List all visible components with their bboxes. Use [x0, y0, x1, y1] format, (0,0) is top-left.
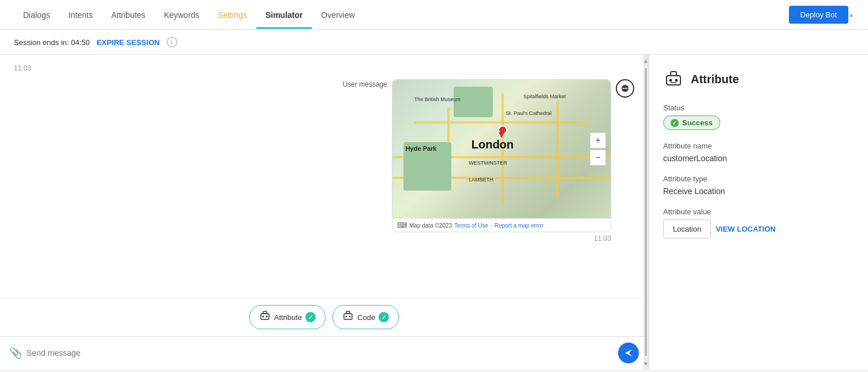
attribute-check-icon: ✓	[305, 312, 316, 322]
code-check-icon: ✓	[379, 312, 389, 322]
svg-point-7	[262, 316, 264, 318]
chat-scroll-area[interactable]: ▲ ▼ 11:03 User message	[0, 55, 648, 297]
nav-keywords[interactable]: Keywords	[155, 1, 208, 29]
right-panel: Attribute Status ✓ Success Attribute nam…	[649, 55, 868, 369]
attach-icon[interactable]: 📎	[9, 347, 22, 359]
status-value: Success	[682, 118, 713, 127]
map-label-hydepark: Hyde Park	[406, 145, 437, 152]
map-terms-link[interactable]: Terms of Use	[454, 222, 488, 229]
status-label: Status	[663, 103, 854, 112]
attr-name-value: customerLocation	[663, 154, 854, 163]
deploy-button[interactable]: Deploy Bot	[789, 6, 849, 24]
svg-rect-5	[263, 311, 267, 314]
scroll-up-arrow[interactable]: ▲	[848, 12, 854, 18]
attribute-btn-label: Attribute	[274, 313, 302, 322]
attr-value-label: Attribute value	[663, 207, 854, 216]
map-label-lambeth: LAMBETH	[469, 177, 493, 183]
scroll-thumb[interactable]	[645, 68, 647, 297]
attr-name-section: Attribute name customerLocation	[663, 142, 854, 163]
status-section: Status ✓ Success	[663, 103, 854, 130]
top-navigation: Dialogs Intents Attributes Keywords Sett…	[0, 0, 868, 30]
attribute-bot-icon	[259, 310, 271, 324]
attribute-action-button[interactable]: Attribute ✓	[249, 305, 326, 329]
map-label-spitalfields: Spitalfields Market	[523, 94, 566, 99]
map-label-museum: The British Museum	[414, 96, 461, 102]
chat-input[interactable]	[27, 348, 613, 358]
panel-title: Attribute	[691, 73, 739, 86]
svg-rect-9	[344, 314, 352, 319]
user-message-label: User message	[343, 80, 387, 88]
session-timer: Session ends in: 04:50	[14, 38, 90, 47]
map-zoom-controls: + −	[590, 132, 606, 166]
map-container[interactable]: Hyde Park The British Museum Spitalfield…	[392, 79, 611, 232]
code-bot-icon	[342, 310, 354, 324]
svg-rect-14	[671, 72, 676, 76]
action-buttons-row: Attribute ✓ Code ✓	[0, 297, 648, 336]
message-time-2: 11:03	[594, 235, 611, 243]
nav-settings[interactable]: Settings	[208, 1, 256, 29]
chat-panel: ▲ ▼ 11:03 User message	[0, 55, 649, 369]
main-layout: ▲ ▼ 11:03 User message	[0, 55, 868, 369]
attr-type-section: Attribute type Receive Location	[663, 174, 854, 196]
svg-point-17	[675, 79, 678, 82]
chat-input-row: 📎	[0, 336, 648, 369]
code-btn-label: Code	[357, 313, 375, 322]
code-action-button[interactable]: Code ✓	[332, 305, 399, 329]
svg-point-8	[265, 316, 267, 318]
nav-overview[interactable]: Overview	[312, 1, 364, 29]
map-image: Hyde Park The British Museum Spitalfield…	[392, 80, 611, 218]
svg-rect-13	[667, 76, 680, 85]
info-icon[interactable]: i	[167, 37, 177, 47]
scroll-arrow-up[interactable]: ▲	[643, 55, 648, 66]
location-value-row: Location VIEW LOCATION	[663, 220, 854, 239]
svg-rect-4	[261, 314, 269, 319]
map-copyright: Map data ©2023	[409, 222, 452, 229]
attr-type-label: Attribute type	[663, 174, 854, 183]
map-pin	[497, 125, 508, 140]
nav-simulator[interactable]: Simulator	[256, 1, 312, 29]
panel-bot-icon	[663, 69, 684, 90]
panel-header: Attribute	[663, 69, 854, 90]
nav-attributes[interactable]: Attributes	[102, 1, 155, 29]
map-report-link[interactable]: Report a map error	[495, 222, 543, 229]
nav-dialogs[interactable]: Dialogs	[14, 1, 59, 29]
view-location-link[interactable]: VIEW LOCATION	[716, 225, 776, 233]
user-message-row: User message	[14, 79, 634, 243]
chat-scrollbar[interactable]: ▲ ▼	[643, 55, 648, 297]
nav-intents[interactable]: Intents	[59, 1, 102, 29]
map-background: Hyde Park The British Museum Spitalfield…	[392, 80, 611, 218]
session-bar: Session ends in: 04:50 EXPIRE SESSION i	[0, 30, 868, 55]
map-keyboard-icon: ⌨	[397, 221, 407, 229]
svg-point-12	[349, 316, 351, 318]
expire-session-link[interactable]: EXPIRE SESSION	[97, 38, 160, 47]
svg-point-11	[346, 316, 347, 318]
map-separator: ·	[491, 222, 492, 229]
svg-point-2	[624, 88, 626, 89]
message-time-1: 11:03	[14, 64, 634, 72]
map-pin-tail	[499, 132, 504, 138]
svg-point-16	[669, 79, 672, 82]
map-label-stpauls: St. Paul's Cathedral	[506, 110, 552, 116]
send-button[interactable]	[618, 343, 639, 363]
location-button[interactable]: Location	[663, 220, 711, 239]
success-dot-icon: ✓	[671, 119, 679, 127]
svg-point-1	[623, 88, 624, 89]
status-badge: ✓ Success	[663, 116, 720, 130]
zoom-out-button[interactable]: −	[590, 150, 606, 166]
svg-rect-10	[346, 311, 350, 314]
attr-value-section: Attribute value Location VIEW LOCATION	[663, 207, 854, 239]
map-footer: ⌨ Map data ©2023 Terms of Use · Report a…	[392, 218, 611, 232]
attr-name-label: Attribute name	[663, 142, 854, 150]
message-options-icon[interactable]	[616, 79, 634, 98]
map-label-westminster: WESTMINSTER	[469, 160, 507, 166]
zoom-in-button[interactable]: +	[590, 132, 606, 148]
attr-type-value: Receive Location	[663, 187, 854, 196]
svg-point-3	[626, 88, 627, 89]
